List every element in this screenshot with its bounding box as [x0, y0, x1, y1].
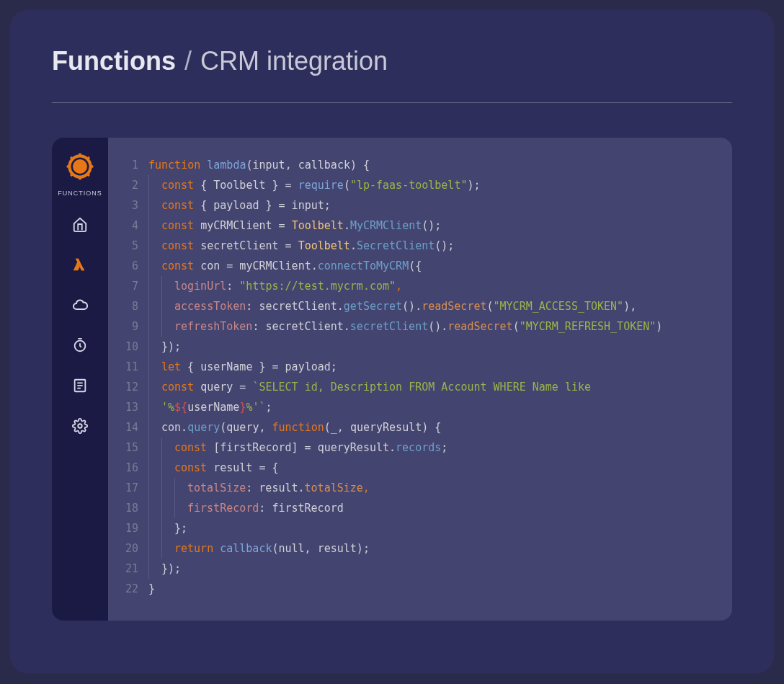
line-number: 16 [108, 458, 138, 478]
code-line[interactable]: }; [148, 518, 718, 538]
code-line[interactable]: const query = `SELECT id, Description FR… [148, 377, 718, 397]
line-number: 2 [108, 175, 138, 195]
code-line[interactable]: let { userName } = payload; [148, 357, 718, 377]
code-line[interactable]: loginUrl: "https://test.mycrm.com", [148, 276, 718, 296]
code-line[interactable]: const [firstRecord] = queryResult.record… [148, 438, 718, 458]
code-line[interactable]: const con = myCRMClient.connectToMyCRM({ [148, 256, 718, 276]
svg-rect-2 [67, 165, 71, 167]
line-number: 21 [108, 559, 138, 579]
code-line[interactable]: const { payload } = input; [148, 195, 718, 216]
line-number: 6 [108, 256, 138, 276]
code-line[interactable]: }); [148, 337, 718, 357]
line-number: 18 [108, 498, 138, 518]
nav-home-icon[interactable] [63, 207, 97, 241]
line-number: 9 [108, 316, 138, 337]
code-editor[interactable]: 12345678910111213141516171819202122 func… [108, 138, 732, 621]
line-number: 5 [108, 236, 138, 256]
nav-settings-icon[interactable] [63, 409, 97, 443]
code-line[interactable]: const { Toolbelt } = require("lp-faas-to… [148, 175, 718, 195]
nav-cloud-icon[interactable] [63, 288, 97, 322]
code-line[interactable]: '%${userName}%'`; [148, 397, 718, 417]
functions-logo-icon [64, 151, 96, 182]
nav-lambda-icon[interactable] [63, 247, 97, 282]
sidebar-logo-label: FUNCTIONS [58, 190, 102, 197]
line-number: 1 [108, 155, 138, 175]
divider [52, 102, 732, 103]
line-number: 11 [108, 357, 138, 377]
code-content[interactable]: function lambda(input, callback) {const … [148, 155, 732, 603]
nav-logs-icon[interactable] [63, 368, 97, 403]
line-number: 3 [108, 195, 138, 216]
line-number: 10 [108, 337, 138, 357]
code-line[interactable]: const myCRMClient = Toolbelt.MyCRMClient… [148, 216, 718, 236]
line-number: 8 [108, 296, 138, 316]
code-line[interactable]: accessToken: secretClient.getSecret().re… [148, 296, 718, 316]
code-line[interactable]: refreshToken: secretClient.secretClient(… [148, 316, 718, 337]
editor-panel: FUNCTIONS 123456789101112131415161718192… [52, 138, 732, 621]
code-line[interactable]: const result = { [148, 458, 718, 478]
line-number: 22 [108, 579, 138, 599]
line-numbers: 12345678910111213141516171819202122 [108, 155, 148, 603]
code-line[interactable]: }); [148, 559, 718, 579]
line-number: 4 [108, 216, 138, 236]
breadcrumb-separator: / [184, 46, 192, 76]
svg-point-13 [78, 424, 82, 428]
breadcrumb-root[interactable]: Functions [52, 46, 176, 76]
line-number: 19 [108, 518, 138, 538]
code-line[interactable]: const secretClient = Toolbelt.SecretClie… [148, 236, 718, 256]
code-line[interactable]: firstRecord: firstRecord [148, 498, 718, 518]
code-line[interactable]: totalSize: result.totalSize, [148, 478, 718, 498]
code-line[interactable]: function lambda(input, callback) { [148, 155, 718, 175]
svg-rect-1 [79, 176, 81, 179]
line-number: 13 [108, 397, 138, 417]
code-line[interactable]: con.query(query, function(_, queryResult… [148, 417, 718, 438]
line-number: 20 [108, 538, 138, 559]
svg-rect-3 [89, 165, 93, 167]
sidebar: FUNCTIONS [52, 138, 108, 621]
breadcrumb: Functions / CRM integration [52, 46, 732, 76]
nav-schedule-icon[interactable] [63, 328, 97, 363]
line-number: 14 [108, 417, 138, 438]
line-number: 7 [108, 276, 138, 296]
svg-rect-0 [79, 154, 81, 157]
line-number: 17 [108, 478, 138, 498]
code-line[interactable]: return callback(null, result); [148, 538, 718, 559]
main-card: Functions / CRM integration FUNCTIONS [10, 10, 774, 673]
breadcrumb-page: CRM integration [200, 46, 388, 76]
line-number: 12 [108, 377, 138, 397]
code-line[interactable]: } [148, 579, 718, 599]
line-number: 15 [108, 438, 138, 458]
